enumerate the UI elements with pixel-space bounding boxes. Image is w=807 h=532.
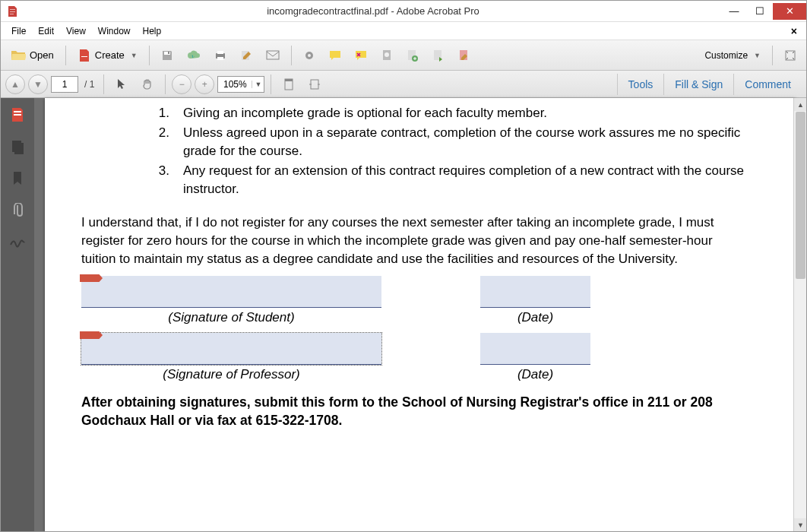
customize-button[interactable]: Customize ▼	[699, 44, 766, 67]
tools-panel-button[interactable]: Tools	[617, 74, 664, 95]
professor-date-field[interactable]	[480, 333, 590, 365]
svg-rect-5	[267, 51, 279, 59]
stamp-button[interactable]	[375, 44, 398, 67]
svg-rect-0	[168, 52, 169, 54]
list-item: 2.Unless agreed upon in a separate contr…	[154, 124, 759, 160]
scroll-down-button[interactable]: ▼	[794, 518, 807, 531]
svg-rect-21	[14, 143, 24, 154]
professor-signature-field[interactable]	[81, 333, 381, 365]
zoom-out-button[interactable]: −	[172, 74, 191, 94]
gear-icon	[303, 49, 315, 62]
separator	[291, 46, 292, 65]
svg-rect-2	[217, 51, 223, 54]
create-button[interactable]: Create ▼	[72, 44, 143, 67]
scroll-up-button[interactable]: ▲	[794, 98, 807, 111]
vertical-scrollbar[interactable]: ▲ ▼	[793, 98, 806, 531]
highlight-icon	[355, 50, 367, 61]
form-button[interactable]	[453, 44, 476, 67]
print-button[interactable]	[209, 44, 232, 67]
save-button[interactable]	[156, 44, 179, 67]
fit-width-button[interactable]	[303, 73, 326, 96]
highlight-button[interactable]	[350, 44, 372, 67]
attach-button[interactable]	[401, 44, 424, 67]
zoom-select[interactable]: ▼	[217, 76, 264, 93]
selection-tool-button[interactable]	[110, 73, 133, 96]
close-button[interactable]: ✕	[773, 3, 806, 20]
document-viewport[interactable]: 1.Giving an incomplete grade is optional…	[34, 98, 806, 531]
signature-block-professor: (Signature of Professor)	[81, 333, 381, 382]
submit-instruction: After obtaining signatures, submit this …	[81, 393, 750, 429]
signature-label: (Signature of Professor)	[163, 367, 299, 382]
chevron-down-icon: ▼	[131, 52, 138, 59]
svg-point-9	[385, 52, 389, 57]
minimize-button[interactable]: —	[721, 3, 747, 20]
menu-window[interactable]: Window	[92, 24, 137, 38]
settings-button[interactable]	[298, 44, 321, 67]
menu-edit[interactable]: Edit	[32, 24, 60, 38]
main-area: 1.Giving an incomplete grade is optional…	[1, 98, 806, 531]
panel-links: Tools Fill & Sign Comment	[617, 74, 802, 95]
separator	[149, 46, 150, 65]
fit-page-button[interactable]	[277, 73, 300, 96]
separator	[65, 46, 66, 65]
page-plus-icon	[407, 49, 418, 62]
student-date-field[interactable]	[480, 276, 590, 308]
navigation-toolbar: ▲ ▼ / 1 − + ▼ Tools Fill & Sign Comment	[1, 71, 806, 98]
open-button[interactable]: Open	[5, 44, 59, 67]
edit-pdf-button[interactable]	[235, 44, 258, 67]
navigation-pane	[1, 98, 34, 531]
speech-icon	[329, 50, 341, 61]
chevron-down-icon[interactable]: ▼	[252, 81, 264, 88]
plus-icon: +	[202, 79, 207, 90]
menu-view[interactable]: View	[60, 24, 92, 38]
page-number-input[interactable]	[51, 76, 78, 93]
menu-file[interactable]: File	[5, 24, 32, 38]
bookmarks-tab[interactable]	[8, 169, 27, 188]
page-total: / 1	[81, 79, 97, 90]
pages-tab[interactable]	[8, 138, 27, 156]
share-button[interactable]	[427, 44, 450, 67]
scroll-thumb[interactable]	[796, 112, 805, 279]
fit-window-button[interactable]	[779, 44, 802, 67]
fill-sign-panel-button[interactable]: Fill & Sign	[663, 74, 733, 95]
attachments-tab[interactable]	[8, 201, 27, 220]
hand-tool-button[interactable]	[136, 73, 159, 96]
separator	[271, 74, 271, 94]
list-item: 1.Giving an incomplete grade is optional…	[154, 104, 759, 122]
create-icon	[78, 49, 91, 62]
svg-rect-18	[14, 111, 21, 112]
prev-page-button[interactable]: ▲	[5, 74, 25, 94]
zoom-in-button[interactable]: +	[195, 74, 214, 94]
create-label: Create	[95, 49, 125, 61]
pdf-page: 1.Giving an incomplete grade is optional…	[45, 98, 796, 531]
fit-page-icon	[283, 78, 294, 90]
list-number: 3.	[154, 162, 169, 198]
signatures-tab[interactable]	[8, 233, 27, 252]
zoom-input[interactable]	[218, 79, 252, 90]
window-controls: — ☐ ✕	[721, 3, 806, 20]
page-pencil-icon	[459, 49, 470, 62]
date-label: (Date)	[517, 367, 553, 382]
signature-label: (Signature of Student)	[168, 310, 294, 325]
mail-icon	[266, 50, 280, 61]
date-block: (Date)	[480, 276, 590, 325]
menu-help[interactable]: Help	[137, 24, 168, 38]
next-page-button[interactable]: ▼	[28, 74, 48, 94]
maximize-button[interactable]: ☐	[747, 3, 773, 20]
cloud-button[interactable]	[182, 44, 206, 67]
svg-rect-19	[14, 114, 21, 116]
svg-rect-3	[217, 57, 223, 60]
comment-button[interactable]	[324, 44, 347, 67]
signature-block-student: (Signature of Student)	[81, 276, 381, 325]
stamp-icon	[381, 49, 392, 62]
chevron-down-icon: ▼	[754, 52, 761, 59]
student-signature-field[interactable]	[81, 276, 381, 308]
separator	[772, 46, 773, 65]
thumbnails-tab[interactable]	[8, 106, 27, 124]
email-button[interactable]	[261, 44, 285, 67]
comment-panel-button[interactable]: Comment	[733, 74, 802, 95]
close-panel-button[interactable]: ×	[791, 25, 802, 37]
edit-icon	[240, 49, 252, 62]
svg-point-7	[308, 54, 311, 57]
paragraph: I understand that, if I do not register …	[81, 214, 750, 268]
